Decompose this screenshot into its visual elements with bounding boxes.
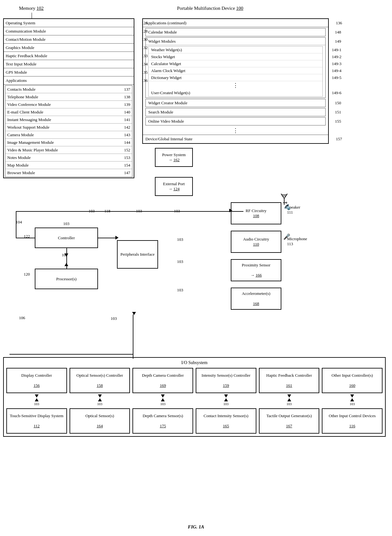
memory-sub-contacts: Contacts Module 137 [5,86,132,93]
arrow-down-io [132,311,136,316]
io-depth-camera-sensors: Depth Camera Sensor(s) 175 [132,408,193,434]
peripherals-interface-box: Peripherals Interface [117,240,158,269]
pmd-video-row: Online Video Module 155 [146,118,325,125]
audio-circuitry-box: Audio Circuitry 110 [231,231,281,253]
proximity-sensor-box: Proximity Sensor → 166 [231,259,281,281]
io-conn-3: 103 [196,394,256,406]
io-conn-4: 103 [259,394,320,406]
pmd-widget-alarm: Alarm Clock Widget 149-4 [149,67,322,74]
arrow-up-cp [64,262,68,267]
rf-circuitry-box: RF Circuitry 108 [231,202,281,224]
memory-applications-subbox: Contacts Module 137 Telephone Module 138… [5,85,132,177]
memory-sub-map: Map Module 154 [5,161,132,169]
io-outer-box: I/O Subsystem Display Controller 156 Opt… [3,357,386,437]
io-other-input-controller: Other Input Controller(s) 160 [322,368,383,393]
pmd-row-calendar: Calendar Module 148 [146,28,325,36]
widget-dots: ⋮ [149,81,322,89]
microphone-shape: 🎤 [283,233,290,240]
memory-row-graphics: Graphics Module 132 [4,44,134,52]
ref-103-h: 103 [111,316,117,321]
hline-io-left [9,354,133,355]
processor-box: Processor(s) [35,269,98,289]
memory-sub-imgmgmt: Image Management Module 144 [5,139,132,146]
fig-label: FIG. 1A [188,524,204,530]
io-optical-controller: Optical Sensor(s) Controller 158 [70,368,130,393]
pmd-widget-calculator: Calculator Widget 149-3 [149,60,322,67]
pmd-widget-modules-header: Widget Modules 149 [146,38,325,45]
ref-103-e: 103 [177,237,183,242]
ref-104: 104 [16,220,22,225]
memory-row-apps: Applications 136 [4,76,134,85]
arrow-right-periph [115,236,119,241]
memory-row-os: Operating System 126 [4,19,134,27]
diagram-container: Memory 102 Operating System 126 Communic… [0,0,392,536]
pmd-row-apps-continued: Applications (continued) 136 [143,19,328,27]
power-system-box: Power System → 162 [155,148,193,167]
io-intensity-controller: Intensity Sensor(s) Controller 159 [196,368,256,393]
line-ctrl-periph [98,238,118,238]
memory-sub-notes: Notes Module 153 [5,154,132,161]
controller-box: Controller [35,228,98,248]
memory-sub-workout: Workout Support Module 142 [5,124,132,131]
pmd-widget-stocks: Stocks Widget 149-2 [149,53,322,60]
memory-title: Memory 102 [19,6,44,11]
ref-103-f: 103 [177,259,183,264]
memory-sub-browser: Browser Module 147 [5,169,132,177]
io-conn-0: 103 [6,394,67,406]
memory-row-text: Text Input Module 134 [4,60,134,68]
memory-row-contact: Contact/Motion Module 130 [4,35,134,44]
pmd-widget-modules-box: Widget Modules 149 Weather Widget(s) 149… [145,37,326,98]
io-haptic-controller: Haptic Feedback Controller 161 [259,368,320,393]
pmd-widget-creator-box: Widget Creator Module 150 [145,99,326,107]
pmd-widget-dictionary: Dictionary Widget 149-5 [149,74,322,81]
ref-103-g: 103 [177,288,183,293]
pmd-calendar-subbox: Calendar Module 148 [145,28,326,36]
vline-periph-io [133,314,133,359]
io-conn-5: 103 [322,394,383,406]
vline-mem-ctrl [16,211,16,238]
pmd-widget-creator-row: Widget Creator Module 150 [146,99,325,107]
pmd-widget-weather: Weather Widget(s) 149-1 [149,46,322,53]
io-optical-sensors: Optical Sensor(s) 164 [70,408,130,434]
memory-row-comm: Communication Module 128 [4,27,134,35]
io-title: I/O Subsystem [6,360,383,365]
memory-ref: 102 [36,6,44,11]
memory-sub-videomusic: Video & Music Player Module 152 [5,146,132,154]
memory-sub-videoconf: Video Conference Module 139 [5,101,132,108]
io-conn-2: 103 [132,394,193,406]
arrow-rf [229,209,232,214]
bus-top-line [16,211,243,212]
io-touch-display: Touch-Sensitive Display System 112 [6,408,67,434]
io-other-input-devices: Other Input Control Devices 116 [322,408,383,434]
memory-row-haptic: Haptic Feedback Module 133 [4,52,134,60]
antenna-shape [279,192,289,206]
ref-103-mid: 103 [62,253,67,258]
pmd-video-box: Online Video Module 155 [145,117,326,125]
line-ctrl-left [16,238,35,238]
io-depth-camera-controller: Depth Camera Controller 169 [132,368,193,393]
io-controllers-row: Display Controller 156 Optical Sensor(s)… [6,368,383,393]
memory-sub-email: E-mail Client Module 140 [5,108,132,116]
accelerometers-box: Accelerometer(s) 168 [231,288,281,310]
io-subsystem: I/O Subsystem Display Controller 156 Opt… [3,357,386,437]
io-connector-arrows: 103 103 103 103 [6,394,383,406]
io-tactile-output: Tactile Output Generator(s) 167 [259,408,320,434]
ref-120: 120 [24,272,30,277]
pmd-search-box: Search Module 151 [145,108,326,116]
pmd-box: Applications (continued) 136 Calendar Mo… [142,18,329,144]
pmd-search-row: Search Module 151 [146,108,325,116]
ref-106: 106 [19,315,25,320]
memory-box: Operating System 126 Communication Modul… [3,18,134,178]
memory-sub-telephone: Telephone Module 138 [5,93,132,101]
memory-row-gps: GPS Module 135 [4,68,134,76]
io-contact-intensity-sensors: Contact Intensity Sensor(s) 165 [196,408,256,434]
pmd-title: Portable Multifunction Device 100 [177,6,243,11]
pmd-widgets-subbox: Weather Widget(s) 149-1 Stocks Widget 14… [148,46,323,97]
pmd-ref: 100 [236,6,243,11]
pmd-device-state-row: Device/Global Internal State 157 [143,135,328,143]
io-sensors-row: Touch-Sensitive Display System 112 Optic… [6,408,383,434]
pmd-dots: ⋮ [143,126,328,135]
external-port-box: External Port → 124 [155,177,193,196]
memory-sub-im: Instant Messaging Module 141 [5,116,132,124]
ref-103-a: 103 [63,221,70,226]
